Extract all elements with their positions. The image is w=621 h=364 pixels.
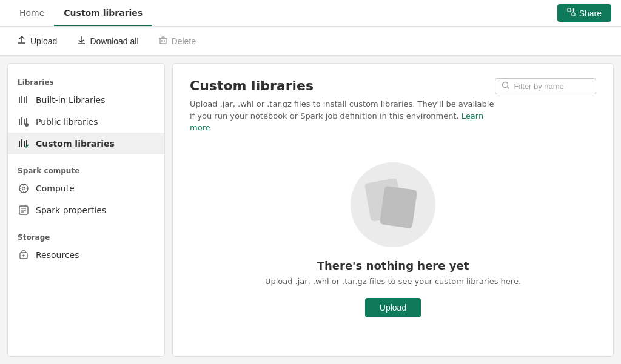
download-all-button[interactable]: Download all: [69, 31, 146, 50]
resources-icon: [18, 249, 30, 261]
svg-point-29: [22, 187, 25, 190]
svg-rect-24: [19, 141, 20, 147]
nav-tab-home[interactable]: Home: [10, 0, 54, 26]
content-header: Custom libraries Upload .jar, .whl or .t…: [190, 78, 596, 134]
page-title: Custom libraries: [190, 78, 495, 93]
sidebar-section-spark: Spark compute: [8, 162, 164, 177]
doc-icon-2: [380, 186, 417, 229]
svg-rect-19: [19, 119, 20, 125]
search-icon: [502, 81, 510, 91]
download-icon: [76, 35, 86, 47]
svg-rect-21: [24, 119, 25, 125]
svg-rect-15: [19, 97, 20, 103]
content-title-area: Custom libraries Upload .jar, .whl or .t…: [190, 78, 495, 134]
spark-properties-icon: [18, 204, 30, 216]
svg-rect-18: [26, 96, 27, 103]
empty-state: There's nothing here yet Upload .jar, .w…: [190, 139, 596, 342]
delete-button[interactable]: Delete: [151, 31, 203, 50]
share-icon: [567, 8, 576, 18]
compute-icon: [18, 182, 30, 194]
upload-icon: [17, 35, 27, 47]
filter-input[interactable]: [514, 82, 589, 91]
public-libraries-icon: [18, 116, 30, 128]
sidebar: Libraries Built-in Libraries: [7, 63, 165, 357]
toolbar: Upload Download all Delete: [0, 27, 621, 56]
svg-line-42: [508, 87, 510, 90]
sidebar-section-storage: Storage: [8, 228, 164, 244]
svg-rect-26: [24, 141, 25, 147]
share-button[interactable]: Share: [557, 4, 611, 22]
upload-button[interactable]: Upload: [10, 31, 64, 50]
delete-icon: [158, 35, 168, 47]
sidebar-item-public[interactable]: Public libraries: [8, 111, 164, 133]
filter-input-wrapper: [495, 78, 596, 94]
svg-point-23: [25, 123, 29, 127]
nav-tab-custom-libraries[interactable]: Custom libraries: [54, 0, 152, 26]
sidebar-section-libraries: Libraries: [8, 73, 164, 89]
sidebar-item-spark-properties[interactable]: Spark properties: [8, 199, 164, 221]
svg-rect-17: [24, 97, 25, 103]
content-description: Upload .jar, .whl or .tar.gz files to in…: [190, 98, 495, 134]
empty-title: There's nothing here yet: [317, 259, 469, 272]
svg-rect-0: [568, 8, 571, 12]
svg-rect-20: [21, 117, 22, 125]
sidebar-item-resources[interactable]: Resources: [8, 244, 164, 266]
empty-illustration: [351, 162, 435, 247]
main-layout: Libraries Built-in Libraries: [0, 56, 621, 364]
empty-subtitle: Upload .jar, .whl or .tar.gz files to se…: [265, 277, 521, 286]
svg-rect-25: [21, 139, 22, 147]
content-area: Custom libraries Upload .jar, .whl or .t…: [172, 63, 614, 357]
empty-upload-button[interactable]: Upload: [365, 298, 421, 317]
svg-rect-16: [21, 96, 22, 103]
svg-rect-8: [160, 38, 166, 44]
sidebar-item-built-in[interactable]: Built-in Libraries: [8, 89, 164, 111]
top-nav: Home Custom libraries Share: [0, 0, 621, 27]
nav-tabs: Home Custom libraries: [10, 0, 152, 26]
built-in-libraries-icon: [18, 94, 30, 106]
svg-point-41: [503, 82, 508, 88]
svg-rect-1: [572, 13, 575, 16]
sidebar-item-compute[interactable]: Compute: [8, 177, 164, 199]
custom-libraries-icon: [18, 137, 30, 150]
sidebar-item-custom[interactable]: Custom libraries: [8, 133, 164, 154]
